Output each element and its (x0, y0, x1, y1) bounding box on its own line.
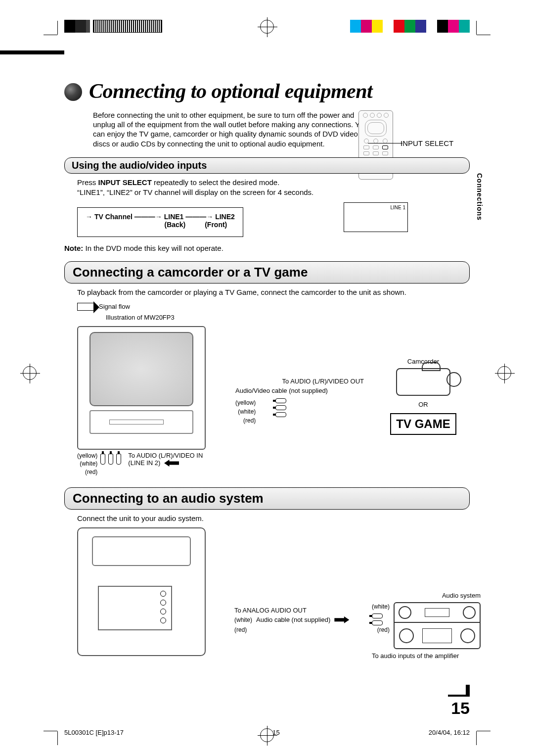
section2-text: To playback from the camcorder or playin… (77, 287, 470, 297)
camcorder-icon (396, 368, 450, 396)
page-number: 15 (448, 695, 470, 718)
sphere-bullet-icon (64, 83, 82, 101)
audio-system-label: Audio system (372, 592, 481, 599)
crop-mark (44, 731, 57, 731)
analog-out-label: To ANALOG AUDIO OUT (234, 607, 363, 614)
rca-plugs-icon (100, 454, 121, 465)
crosshair-icon (497, 366, 511, 380)
page-edge-rule (0, 50, 64, 54)
section-heading-av-inputs: Using the audio/video inputs (64, 157, 470, 174)
amp-inputs-label: To audio inputs of the amplifier (372, 652, 481, 660)
illustration-label: Illustration of MW20FP3 (106, 314, 470, 321)
osd-box: LINE 1 (344, 202, 408, 232)
signal-arrow-left-icon (164, 460, 179, 467)
crosshair-icon (23, 366, 37, 380)
input-select-button-icon (382, 145, 388, 149)
footer-metadata: 5L00301C [E]p13-17 15 20/4/04, 16:12 (64, 729, 470, 736)
amplifier-icon (394, 602, 481, 649)
crop-mark (476, 731, 477, 745)
section-heading-audio-system: Connecting to an audio system (64, 487, 470, 510)
mode-cycle-diagram: → TV Channel ———→ LINE1 ———→ LINE2 (Back… (77, 207, 243, 237)
to-av-out-label: To AUDIO (L/R)/VIDEO OUT (235, 378, 364, 385)
tv-rear-icon (77, 527, 206, 656)
signal-flow-icon (77, 303, 94, 311)
crop-mark (44, 35, 57, 35)
callout-line (368, 143, 402, 143)
footer-page: 15 (272, 729, 279, 736)
page-title: Connecting to optional equipment (64, 79, 470, 103)
crop-mark (477, 731, 490, 731)
footer-date: 20/4/04, 16:12 (429, 729, 470, 736)
or-label: OR (374, 401, 473, 408)
side-tab-connections: Connections (474, 173, 484, 221)
intro-paragraph: Before connecting the unit to other equi… (93, 110, 370, 148)
registration-color (350, 20, 470, 33)
footer-docid: 5L00301C [E]p13-17 (64, 729, 124, 736)
av-cable-label: Audio/Video cable (not supplied) (235, 387, 364, 394)
section-heading-camcorder: Connecting a camcorder or a TV game (64, 261, 470, 284)
page-title-text: Connecting to optional equipment (89, 80, 372, 102)
page-content: Connections Connecting to optional equip… (64, 79, 470, 660)
section1-note: Note: In the DVD mode this key will not … (64, 244, 470, 252)
audio-system-diagram: To ANALOG AUDIO OUT (white) Audio cable … (77, 527, 470, 660)
registration-grayscale (64, 20, 162, 33)
camcorder-connection-diagram: Signal flow Illustration of MW20FP3 (yel… (77, 303, 470, 476)
section1-text: Press INPUT SELECT repeatedly to select … (77, 178, 470, 198)
signal-arrow-right-icon (334, 616, 349, 623)
tv-unit-icon (77, 326, 206, 450)
crop-mark (57, 21, 58, 35)
crop-mark (476, 21, 477, 35)
crop-mark (477, 35, 490, 35)
tv-game-box: TV GAME (390, 413, 456, 435)
crop-mark (57, 731, 58, 745)
rca-jack-icon (275, 398, 286, 403)
section3-text: Connect the unit to your audio system. (77, 514, 470, 523)
input-select-label: INPUT SELECT (400, 139, 470, 147)
crosshair-icon (260, 20, 274, 34)
